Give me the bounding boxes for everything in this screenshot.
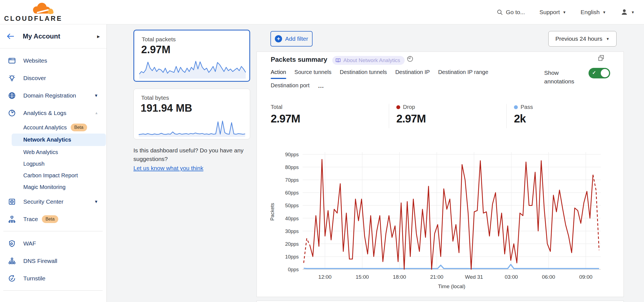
- stat-total: Total2.97M: [271, 104, 389, 128]
- total-bytes-card[interactable]: Total bytes 191.94 MB: [133, 89, 250, 139]
- brand-text: CLOUDFLARE: [4, 15, 62, 22]
- sidebar-item-label: Websites: [23, 57, 47, 64]
- sidebar-item-label: DNS Firewall: [23, 258, 57, 264]
- sidebar-item-domain-registration[interactable]: Domain Registration▼: [0, 87, 107, 104]
- feedback-question: Is this dashboard useful? Do you have an…: [133, 146, 267, 163]
- chevron-down-icon: ▼: [606, 37, 610, 41]
- sidebar-item-analytics-logs[interactable]: Analytics & Logs▲: [0, 104, 107, 122]
- back-arrow-icon[interactable]: [6, 33, 15, 40]
- sidebar-nav: WebsitesDiscoverDomain Registration▼Anal…: [0, 48, 107, 302]
- support-menu[interactable]: Support ▼: [539, 9, 566, 16]
- tab-action[interactable]: Action: [271, 69, 286, 79]
- sidebar-item-websites[interactable]: Websites: [0, 52, 107, 69]
- sidebar-item-logpush[interactable]: Logpush: [0, 158, 107, 170]
- sidebar-item-trace[interactable]: TraceBeta: [0, 210, 107, 228]
- tab-destination-port[interactable]: Destination port: [271, 82, 310, 92]
- sidebar-item-turnstile[interactable]: Turnstile: [0, 270, 107, 287]
- dimension-tabs-row2: Destination port…: [271, 82, 324, 92]
- sidebar-item-carbon-impact-report[interactable]: Carbon Impact Report: [0, 170, 107, 181]
- total-packets-card[interactable]: Total packets 2.97M: [133, 30, 250, 82]
- svg-text:06:00: 06:00: [542, 274, 555, 280]
- sidebar-item-label: Discover: [23, 75, 46, 81]
- sidebar-item-network-analytics[interactable]: Network Analytics: [12, 134, 106, 146]
- vault-icon: [8, 198, 16, 206]
- browser-window-icon: [8, 57, 16, 65]
- svg-text:20pps: 20pps: [285, 241, 299, 247]
- tab-destination-ip[interactable]: Destination IP: [395, 69, 430, 79]
- sidebar-item-partial[interactable]: [0, 294, 107, 302]
- svg-text:80pps: 80pps: [285, 165, 299, 170]
- stat-label: Pass: [521, 104, 533, 110]
- sidebar-item-discover[interactable]: Discover: [0, 69, 107, 87]
- stat-pass: Pass2k: [506, 104, 598, 128]
- chevron-down-icon: ▼: [94, 93, 98, 98]
- goto-search[interactable]: Go to...: [496, 9, 525, 16]
- stat-value: 2.97M: [396, 112, 506, 125]
- beta-badge: Beta: [42, 215, 58, 223]
- add-filter-button[interactable]: + Add filter: [270, 31, 313, 47]
- sidebar-item-security-center[interactable]: Security Center▼: [0, 193, 107, 210]
- stat-value: 2.97M: [271, 112, 389, 125]
- pie-chart-toggle-icon[interactable]: [407, 55, 414, 63]
- more-tabs-button[interactable]: …: [318, 82, 324, 92]
- language-label: English: [580, 9, 600, 16]
- sidebar-item-account-analytics[interactable]: Account AnalyticsBeta: [0, 122, 107, 133]
- language-menu[interactable]: English ▼: [580, 9, 606, 16]
- svg-text:Packets: Packets: [270, 203, 275, 221]
- trace-icon: [8, 215, 16, 223]
- svg-text:12:00: 12:00: [318, 274, 332, 280]
- svg-text:21:00: 21:00: [430, 274, 443, 280]
- time-range-label: Previous 24 hours: [555, 35, 602, 42]
- time-range-dropdown[interactable]: Previous 24 hours ▼: [548, 31, 617, 47]
- cloudflare-cloud-icon: CLOUDFLARE: [4, 1, 63, 23]
- total-bytes-value: 191.94 MB: [141, 102, 192, 114]
- account-menu[interactable]: ▼: [620, 8, 635, 16]
- svg-text:Wed 31: Wed 31: [465, 274, 483, 280]
- expand-panel-icon[interactable]: [597, 54, 605, 63]
- account-header[interactable]: My Account ▸: [0, 24, 107, 48]
- chevron-down-icon: ▼: [631, 10, 635, 14]
- sidebar: My Account ▸ WebsitesDiscoverDomain Regi…: [0, 24, 107, 302]
- chevron-down-icon: ▼: [94, 199, 98, 204]
- chevron-right-icon[interactable]: ▸: [97, 33, 100, 40]
- support-label: Support: [539, 9, 560, 16]
- sidebar-item-dns-firewall[interactable]: DNS Firewall: [0, 252, 107, 270]
- about-network-analytics-badge[interactable]: About Network Analytics: [332, 56, 405, 65]
- svg-text:70pps: 70pps: [285, 177, 299, 183]
- user-icon: [620, 8, 628, 16]
- svg-text:15:00: 15:00: [356, 274, 369, 280]
- stats-row: Total2.97MDrop2.97MPass2k: [271, 104, 598, 128]
- sidebar-item-magic-monitoring[interactable]: Magic Monitoring: [0, 181, 107, 193]
- svg-text:0pps: 0pps: [288, 267, 299, 272]
- globe-icon: [8, 91, 16, 100]
- sidebar-item-label: Network Analytics: [23, 137, 71, 143]
- total-packets-value: 2.97M: [141, 44, 171, 56]
- burst-icon: [8, 298, 107, 302]
- stat-label: Drop: [403, 104, 415, 110]
- total-bytes-sparkline: [139, 119, 245, 137]
- svg-text:09:00: 09:00: [579, 274, 592, 280]
- dimension-tabs: ActionSource tunnelsDestination tunnelsD…: [271, 69, 488, 79]
- tab-destination-ip-range[interactable]: Destination IP range: [438, 69, 488, 79]
- feedback-block: Is this dashboard useful? Do you have an…: [133, 146, 267, 172]
- svg-text:90pps: 90pps: [285, 152, 299, 157]
- next-panel-edge: [257, 301, 624, 302]
- top-bar: CLOUDFLARE Go to... Support ▼ English ▼ …: [0, 0, 644, 24]
- add-filter-label: Add filter: [285, 35, 308, 42]
- sidebar-item-waf[interactable]: WAF: [0, 235, 107, 252]
- svg-text:30pps: 30pps: [285, 229, 299, 234]
- stat-label: Total: [271, 104, 282, 110]
- cloudflare-logo[interactable]: CLOUDFLARE: [4, 1, 63, 23]
- sidebar-item-label: Security Center: [23, 198, 64, 205]
- sidebar-item-web-analytics[interactable]: Web Analytics: [0, 146, 107, 158]
- tab-destination-tunnels[interactable]: Destination tunnels: [340, 69, 387, 79]
- legend-dot-drop: [396, 105, 400, 109]
- feedback-link[interactable]: Let us know what you think: [133, 164, 203, 172]
- show-annotations-toggle[interactable]: ✓: [589, 68, 610, 78]
- toggle-knob: [601, 69, 609, 77]
- search-icon: [496, 9, 503, 16]
- stat-drop: Drop2.97M: [389, 104, 506, 128]
- total-packets-label: Total packets: [142, 36, 176, 43]
- stat-value: 2k: [514, 112, 598, 125]
- tab-source-tunnels[interactable]: Source tunnels: [295, 69, 331, 79]
